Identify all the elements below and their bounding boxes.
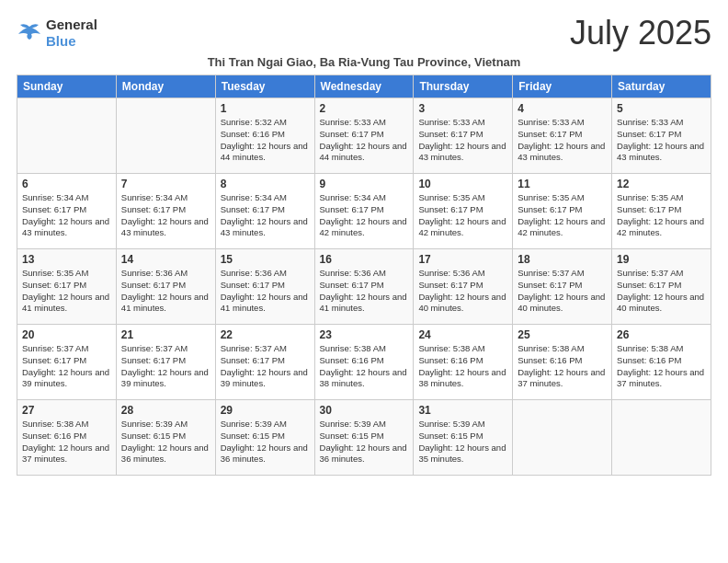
day-cell: 12Sunrise: 5:35 AMSunset: 6:17 PMDayligh… bbox=[612, 174, 711, 249]
day-info: Sunrise: 5:38 AMSunset: 6:16 PMDaylight:… bbox=[320, 343, 409, 390]
day-cell: 5Sunrise: 5:33 AMSunset: 6:17 PMDaylight… bbox=[612, 98, 711, 174]
header-day-thursday: Thursday bbox=[414, 75, 513, 98]
day-number: 31 bbox=[418, 404, 507, 417]
logo-text: General Blue bbox=[46, 17, 97, 50]
logo: General Blue bbox=[17, 17, 97, 50]
day-number: 30 bbox=[320, 404, 409, 417]
day-cell: 22Sunrise: 5:37 AMSunset: 6:17 PMDayligh… bbox=[215, 325, 314, 400]
day-info: Sunrise: 5:35 AMSunset: 6:17 PMDaylight:… bbox=[518, 192, 607, 239]
day-cell: 25Sunrise: 5:38 AMSunset: 6:16 PMDayligh… bbox=[513, 325, 612, 400]
day-info: Sunrise: 5:36 AMSunset: 6:17 PMDaylight:… bbox=[221, 268, 310, 315]
day-cell bbox=[513, 400, 612, 476]
header-day-tuesday: Tuesday bbox=[215, 75, 314, 98]
day-info: Sunrise: 5:33 AMSunset: 6:17 PMDaylight:… bbox=[320, 117, 409, 164]
day-number: 13 bbox=[22, 253, 111, 266]
day-number: 10 bbox=[418, 178, 507, 190]
day-number: 5 bbox=[617, 102, 706, 115]
day-number: 18 bbox=[518, 253, 607, 266]
week-row-1: 1Sunrise: 5:32 AMSunset: 6:16 PMDaylight… bbox=[17, 98, 711, 174]
day-number: 12 bbox=[617, 178, 706, 190]
day-number: 29 bbox=[221, 404, 310, 417]
day-number: 7 bbox=[121, 178, 210, 190]
day-cell: 10Sunrise: 5:35 AMSunset: 6:17 PMDayligh… bbox=[414, 174, 513, 249]
day-cell: 18Sunrise: 5:37 AMSunset: 6:17 PMDayligh… bbox=[513, 249, 612, 325]
day-info: Sunrise: 5:39 AMSunset: 6:15 PMDaylight:… bbox=[320, 419, 409, 465]
day-number: 9 bbox=[320, 178, 409, 190]
day-cell: 1Sunrise: 5:32 AMSunset: 6:16 PMDaylight… bbox=[215, 98, 314, 174]
day-number: 28 bbox=[121, 404, 210, 417]
week-row-5: 27Sunrise: 5:38 AMSunset: 6:16 PMDayligh… bbox=[17, 400, 711, 476]
day-info: Sunrise: 5:37 AMSunset: 6:17 PMDaylight:… bbox=[221, 343, 310, 390]
header-day-wednesday: Wednesday bbox=[314, 75, 414, 98]
day-number: 16 bbox=[320, 253, 409, 266]
day-number: 19 bbox=[617, 253, 706, 266]
day-cell: 28Sunrise: 5:39 AMSunset: 6:15 PMDayligh… bbox=[116, 400, 215, 476]
page: General Blue July 2025 Thi Tran Ngai Gia… bbox=[0, 0, 728, 563]
day-cell bbox=[17, 98, 117, 174]
day-cell: 13Sunrise: 5:35 AMSunset: 6:17 PMDayligh… bbox=[17, 249, 117, 325]
day-cell: 17Sunrise: 5:36 AMSunset: 6:17 PMDayligh… bbox=[414, 249, 513, 325]
day-info: Sunrise: 5:33 AMSunset: 6:17 PMDaylight:… bbox=[518, 117, 607, 164]
day-info: Sunrise: 5:39 AMSunset: 6:15 PMDaylight:… bbox=[121, 419, 210, 465]
day-info: Sunrise: 5:34 AMSunset: 6:17 PMDaylight:… bbox=[22, 192, 111, 239]
header-row: General Blue July 2025 bbox=[17, 17, 711, 50]
day-info: Sunrise: 5:37 AMSunset: 6:17 PMDaylight:… bbox=[518, 268, 607, 315]
week-row-3: 13Sunrise: 5:35 AMSunset: 6:17 PMDayligh… bbox=[17, 249, 711, 325]
day-cell: 27Sunrise: 5:38 AMSunset: 6:16 PMDayligh… bbox=[17, 400, 117, 476]
day-info: Sunrise: 5:33 AMSunset: 6:17 PMDaylight:… bbox=[617, 117, 706, 164]
day-cell bbox=[612, 400, 711, 476]
day-info: Sunrise: 5:34 AMSunset: 6:17 PMDaylight:… bbox=[320, 192, 409, 239]
day-info: Sunrise: 5:35 AMSunset: 6:17 PMDaylight:… bbox=[22, 268, 111, 315]
day-cell: 16Sunrise: 5:36 AMSunset: 6:17 PMDayligh… bbox=[314, 249, 414, 325]
header-day-friday: Friday bbox=[513, 75, 612, 98]
day-number: 22 bbox=[221, 328, 310, 341]
header-day-monday: Monday bbox=[116, 75, 215, 98]
calendar-table: SundayMondayTuesdayWednesdayThursdayFrid… bbox=[17, 75, 711, 476]
day-cell: 29Sunrise: 5:39 AMSunset: 6:15 PMDayligh… bbox=[215, 400, 314, 476]
logo-icon bbox=[17, 23, 42, 43]
day-info: Sunrise: 5:37 AMSunset: 6:17 PMDaylight:… bbox=[121, 343, 210, 390]
day-cell: 6Sunrise: 5:34 AMSunset: 6:17 PMDaylight… bbox=[17, 174, 117, 249]
day-number: 15 bbox=[221, 253, 310, 266]
day-info: Sunrise: 5:39 AMSunset: 6:15 PMDaylight:… bbox=[221, 419, 310, 465]
day-info: Sunrise: 5:38 AMSunset: 6:16 PMDaylight:… bbox=[22, 419, 111, 465]
day-info: Sunrise: 5:38 AMSunset: 6:16 PMDaylight:… bbox=[617, 343, 706, 390]
header-day-sunday: Sunday bbox=[17, 75, 117, 98]
day-info: Sunrise: 5:36 AMSunset: 6:17 PMDaylight:… bbox=[121, 268, 210, 315]
day-cell: 20Sunrise: 5:37 AMSunset: 6:17 PMDayligh… bbox=[17, 325, 117, 400]
day-number: 23 bbox=[320, 328, 409, 341]
day-cell: 15Sunrise: 5:36 AMSunset: 6:17 PMDayligh… bbox=[215, 249, 314, 325]
header-row-days: SundayMondayTuesdayWednesdayThursdayFrid… bbox=[17, 75, 711, 98]
logo-line1: General bbox=[46, 17, 97, 33]
subtitle: Thi Tran Ngai Giao, Ba Ria-Vung Tau Prov… bbox=[17, 55, 711, 69]
day-info: Sunrise: 5:34 AMSunset: 6:17 PMDaylight:… bbox=[221, 192, 310, 239]
month-title: July 2025 bbox=[570, 17, 711, 50]
day-number: 24 bbox=[418, 328, 507, 341]
day-number: 8 bbox=[221, 178, 310, 190]
day-cell: 9Sunrise: 5:34 AMSunset: 6:17 PMDaylight… bbox=[314, 174, 414, 249]
day-number: 3 bbox=[418, 102, 507, 115]
day-info: Sunrise: 5:34 AMSunset: 6:17 PMDaylight:… bbox=[121, 192, 210, 239]
day-cell: 31Sunrise: 5:39 AMSunset: 6:15 PMDayligh… bbox=[414, 400, 513, 476]
day-info: Sunrise: 5:36 AMSunset: 6:17 PMDaylight:… bbox=[418, 268, 507, 315]
day-cell bbox=[116, 98, 215, 174]
day-number: 20 bbox=[22, 328, 111, 341]
day-cell: 8Sunrise: 5:34 AMSunset: 6:17 PMDaylight… bbox=[215, 174, 314, 249]
day-number: 14 bbox=[121, 253, 210, 266]
day-cell: 19Sunrise: 5:37 AMSunset: 6:17 PMDayligh… bbox=[612, 249, 711, 325]
day-cell: 7Sunrise: 5:34 AMSunset: 6:17 PMDaylight… bbox=[116, 174, 215, 249]
day-info: Sunrise: 5:37 AMSunset: 6:17 PMDaylight:… bbox=[617, 268, 706, 315]
week-row-4: 20Sunrise: 5:37 AMSunset: 6:17 PMDayligh… bbox=[17, 325, 711, 400]
week-row-2: 6Sunrise: 5:34 AMSunset: 6:17 PMDaylight… bbox=[17, 174, 711, 249]
day-info: Sunrise: 5:38 AMSunset: 6:16 PMDaylight:… bbox=[418, 343, 507, 390]
day-number: 2 bbox=[320, 102, 409, 115]
day-number: 6 bbox=[22, 178, 111, 190]
day-number: 17 bbox=[418, 253, 507, 266]
day-cell: 23Sunrise: 5:38 AMSunset: 6:16 PMDayligh… bbox=[314, 325, 414, 400]
day-number: 26 bbox=[617, 328, 706, 341]
day-cell: 21Sunrise: 5:37 AMSunset: 6:17 PMDayligh… bbox=[116, 325, 215, 400]
day-number: 21 bbox=[121, 328, 210, 341]
day-info: Sunrise: 5:39 AMSunset: 6:15 PMDaylight:… bbox=[418, 419, 507, 465]
day-cell: 11Sunrise: 5:35 AMSunset: 6:17 PMDayligh… bbox=[513, 174, 612, 249]
day-cell: 14Sunrise: 5:36 AMSunset: 6:17 PMDayligh… bbox=[116, 249, 215, 325]
